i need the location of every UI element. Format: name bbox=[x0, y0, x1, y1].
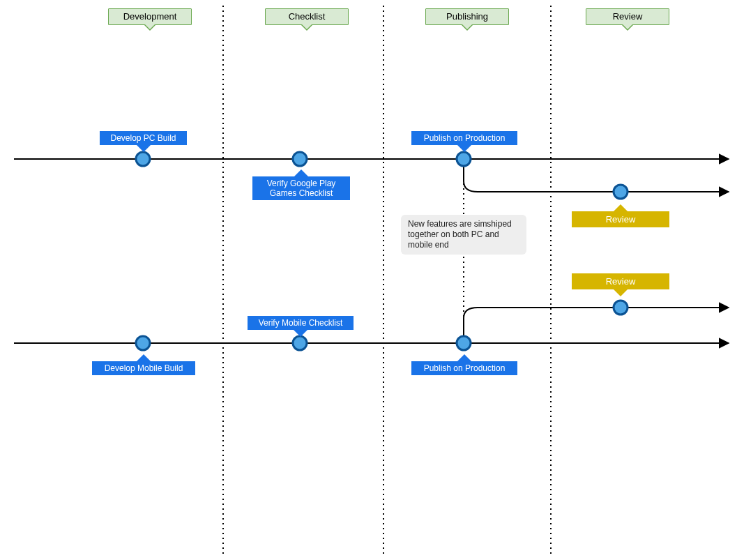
chevron-up-icon bbox=[614, 204, 628, 211]
chevron-down-icon bbox=[144, 24, 155, 29]
mobile-review-label: Review bbox=[572, 273, 669, 289]
chevron-down-icon bbox=[622, 24, 633, 29]
phase-label: Checklist bbox=[289, 11, 326, 22]
chevron-down-icon bbox=[137, 145, 151, 152]
phase-development: Development bbox=[108, 8, 192, 25]
phase-publishing: Publishing bbox=[425, 8, 509, 25]
pc-verify-node bbox=[293, 152, 307, 166]
simship-note: New features are simshiped together on b… bbox=[401, 215, 526, 255]
step-text: Review bbox=[606, 276, 636, 287]
chevron-down-icon bbox=[462, 24, 473, 29]
pc-publish-label: Publish on Production bbox=[411, 131, 517, 145]
mobile-publish-node bbox=[457, 336, 471, 350]
phase-checklist: Checklist bbox=[265, 8, 349, 25]
phase-label: Development bbox=[123, 11, 177, 22]
pc-verify-label: Verify Google Play Games Checklist bbox=[252, 176, 350, 200]
step-text: Develop PC Build bbox=[110, 133, 176, 143]
note-text: New features are simshiped together on b… bbox=[408, 219, 512, 250]
chevron-down-icon bbox=[294, 330, 307, 337]
mobile-verify-node bbox=[293, 336, 307, 350]
pc-review-branch bbox=[464, 159, 729, 192]
mobile-publish-label: Publish on Production bbox=[411, 361, 517, 375]
step-text: Publish on Production bbox=[424, 133, 506, 143]
step-text: Review bbox=[606, 214, 636, 225]
chevron-down-icon bbox=[457, 145, 471, 152]
pc-review-node bbox=[614, 185, 628, 199]
phase-label: Review bbox=[613, 11, 643, 22]
pc-review-label: Review bbox=[572, 211, 669, 227]
chevron-up-icon bbox=[457, 354, 471, 361]
chevron-down-icon bbox=[614, 289, 628, 296]
mobile-develop-label: Develop Mobile Build bbox=[92, 361, 195, 375]
step-text: Develop Mobile Build bbox=[105, 363, 183, 373]
chevron-up-icon bbox=[294, 169, 308, 176]
step-text: Verify Google Play Games Checklist bbox=[267, 179, 336, 198]
step-text: Verify Mobile Checklist bbox=[259, 318, 343, 328]
mobile-review-branch bbox=[464, 308, 729, 343]
mobile-review-node bbox=[614, 301, 628, 315]
step-text: Publish on Production bbox=[424, 363, 506, 373]
phase-label: Publishing bbox=[446, 11, 488, 22]
pc-develop-label: Develop PC Build bbox=[100, 131, 187, 145]
phase-review: Review bbox=[586, 8, 669, 25]
pc-develop-node bbox=[136, 152, 150, 166]
diagram-canvas: Development Checklist Publishing Review … bbox=[0, 0, 737, 560]
mobile-verify-label: Verify Mobile Checklist bbox=[248, 316, 354, 330]
chevron-up-icon bbox=[137, 354, 151, 361]
mobile-develop-node bbox=[136, 336, 150, 350]
chevron-down-icon bbox=[301, 24, 312, 29]
pc-publish-node bbox=[457, 152, 471, 166]
